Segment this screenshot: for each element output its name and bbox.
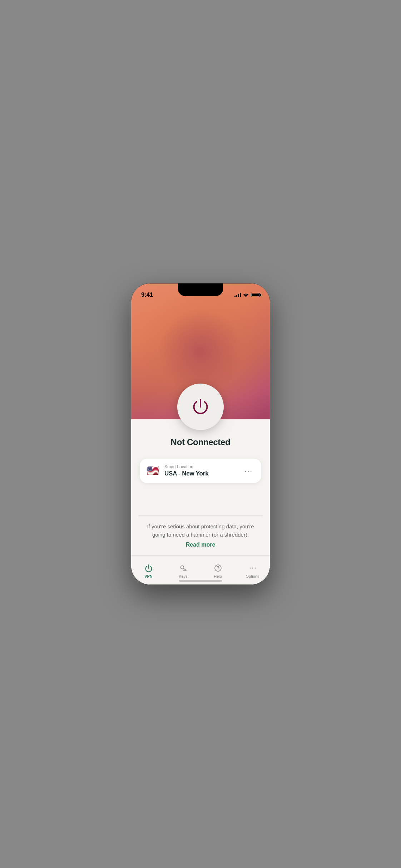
location-name: USA - New York [164,470,238,477]
help-tab-icon [213,563,223,573]
vpn-tab-label: VPN [144,574,153,578]
options-tab-icon [248,563,257,573]
location-label: Smart Location [164,464,238,469]
tab-help[interactable]: Help [200,563,235,580]
bottom-section: If you're serious about protecting data,… [131,515,270,555]
options-tab-label: Options [246,574,259,578]
svg-point-5 [254,567,256,568]
power-button[interactable] [177,384,224,430]
vpn-tab-icon [144,563,153,573]
svg-point-2 [218,569,218,570]
power-button-container [177,384,224,419]
divider [138,515,263,516]
signal-icon [234,293,241,297]
country-flag: 🇺🇸 [147,466,159,476]
battery-icon [251,293,260,297]
phone-frame: 9:41 [131,283,270,585]
promo-text: If you're serious about protecting data,… [138,523,263,539]
status-time: 9:41 [141,291,153,299]
svg-point-3 [249,567,251,568]
location-card[interactable]: 🇺🇸 Smart Location USA - New York ··· [140,459,261,483]
power-area [131,301,270,419]
svg-point-4 [252,567,253,568]
tab-options[interactable]: Options [235,563,270,580]
power-icon [190,397,211,417]
connection-status: Not Connected [171,437,231,447]
wifi-icon [243,293,249,297]
keys-tab-icon [179,563,188,573]
status-icons [234,293,260,297]
read-more-link[interactable]: Read more [138,542,263,548]
notch [178,283,223,296]
more-options-button[interactable]: ··· [243,465,254,477]
keys-tab-label: Keys [179,574,187,578]
tab-keys[interactable]: Keys [166,563,200,580]
tab-vpn[interactable]: VPN [131,563,166,580]
home-indicator [179,580,222,582]
help-tab-label: Help [214,574,222,578]
lower-area: Not Connected 🇺🇸 Smart Location USA - Ne… [131,419,270,585]
main-content: Not Connected 🇺🇸 Smart Location USA - Ne… [131,301,270,585]
location-info: Smart Location USA - New York [164,464,238,477]
svg-point-0 [180,566,184,569]
